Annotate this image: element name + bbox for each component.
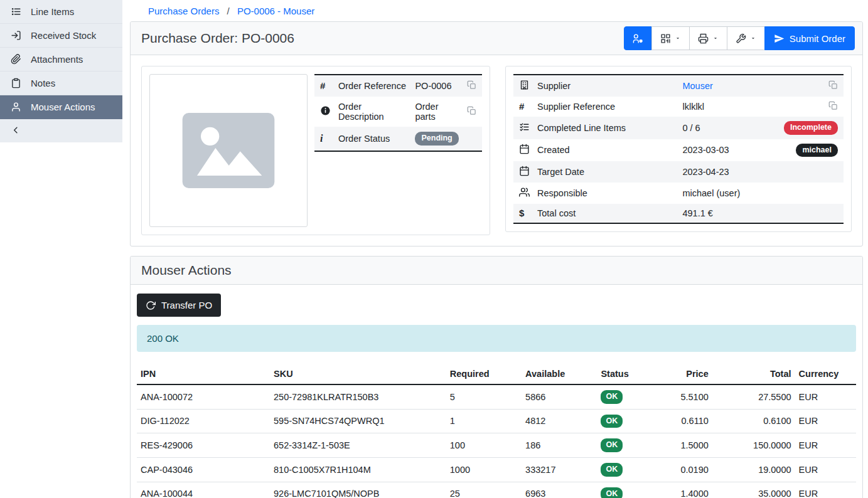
sidebar-item-label: Notes [31, 78, 55, 88]
order-details-section: #Order ReferencePO-0006Order Description… [131, 55, 862, 246]
copy-icon[interactable] [467, 106, 476, 115]
sidebar: Line ItemsReceived StockAttachmentsNotes… [0, 0, 122, 498]
column-header-ipn[interactable]: IPN [137, 364, 270, 384]
detail-label: Target Date [533, 161, 678, 183]
breadcrumb: Purchase Orders / PO-0006 - Mouser [122, 0, 868, 21]
sidebar-item-label: Received Stock [31, 30, 96, 41]
copy-icon[interactable] [828, 101, 838, 110]
transfer-status-alert: 200 OK [137, 325, 856, 352]
print-actions-button[interactable] [689, 26, 727, 50]
status-ok-badge: OK [601, 438, 623, 452]
detail-row-supplier: SupplierMouser [513, 75, 844, 97]
mouser-table-row: CAP-043046810-C1005X7R1H104M1000333217OK… [137, 457, 856, 482]
detail-value: 0 / 6 [682, 123, 700, 133]
login-icon [10, 30, 22, 41]
supplier-summary-card: SupplierMouser#Supplier Referencelklklkl… [505, 66, 852, 232]
sidebar-item-mouser-actions[interactable]: Mouser Actions [0, 95, 122, 119]
column-header-total[interactable]: Total [712, 364, 795, 384]
cell-price: 0.0190 [665, 457, 712, 482]
cell-status: OK [597, 457, 665, 482]
cell-required: 25 [446, 482, 522, 498]
cell-ipn: CAP-043046 [137, 457, 270, 482]
breadcrumb-link-purchase-orders[interactable]: Purchase Orders [148, 6, 219, 16]
transfer-po-button[interactable]: Transfer PO [137, 294, 221, 317]
column-header-sku[interactable]: SKU [270, 364, 446, 384]
sidebar-collapse-button[interactable] [0, 119, 122, 142]
cell-sku: 810-C1005X7R1H104M [270, 457, 446, 482]
sidebar-item-label: Mouser Actions [31, 102, 95, 112]
detail-label: Supplier [533, 75, 678, 97]
cell-currency: EUR [795, 457, 856, 482]
detail-row-order-status: iOrder StatusPending [314, 127, 482, 151]
copy-icon[interactable] [828, 80, 838, 90]
clipboard-icon [10, 78, 22, 88]
caret-icon [676, 35, 681, 41]
sidebar-item-notes[interactable]: Notes [0, 72, 122, 95]
cell-required: 100 [446, 433, 522, 458]
order-status-badge: Pending [415, 132, 458, 146]
detail-label: Responsible [533, 183, 678, 204]
cell-available: 186 [522, 433, 597, 458]
supplier-details-table: SupplierMouser#Supplier Referencelklklkl… [513, 74, 844, 224]
qrcode-icon [660, 33, 671, 44]
list-icon [10, 6, 22, 17]
mouser-actions-body: Transfer PO 200 OK IPNSKURequiredAvailab… [131, 285, 862, 498]
paperclip-icon [10, 54, 22, 65]
column-header-required[interactable]: Required [446, 364, 522, 384]
detail-row-order-reference: #Order ReferencePO-0006 [314, 75, 482, 97]
button-label: Submit Order [790, 33, 845, 44]
mouser-table: IPNSKURequiredAvailableStatusPriceTotalC… [137, 364, 856, 498]
copy-icon[interactable] [467, 80, 476, 90]
part-thumbnail[interactable] [149, 74, 308, 227]
order-summary-card: #Order ReferencePO-0006Order Description… [141, 66, 490, 235]
caret-icon [714, 35, 719, 41]
detail-row-created: Created2023-03-03michael [513, 139, 844, 162]
sidebar-item-attachments[interactable]: Attachments [0, 48, 122, 72]
order-details-table: #Order ReferencePO-0006Order Description… [314, 74, 482, 152]
mouser-actions-panel: Mouser Actions Transfer PO 200 OK IPNSKU… [130, 256, 863, 498]
detail-value: 2023-04-23 [682, 167, 729, 177]
mouser-actions-panel-header: Mouser Actions [131, 257, 862, 285]
detail-value: lklklkl [682, 102, 704, 112]
cell-required: 1 [446, 409, 522, 433]
sidebar-nav: Line ItemsReceived StockAttachmentsNotes… [0, 0, 122, 142]
cell-sku: 595-SN74HCS74QPWRQ1 [270, 409, 446, 433]
detail-label: Supplier Reference [533, 97, 678, 117]
cell-ipn: RES-429006 [137, 433, 270, 458]
tools-icon [736, 33, 746, 44]
order-details-body: #Order ReferencePO-0006Order Description… [314, 75, 482, 151]
submit-order-button[interactable]: Submit Order [764, 26, 855, 50]
cell-sku: 926-LMC7101QM5/NOPB [270, 482, 446, 498]
cell-total: 0.6100 [712, 409, 795, 433]
detail-value: PO-0006 [415, 81, 451, 91]
cell-currency: EUR [795, 433, 856, 458]
status-ok-badge: OK [601, 487, 623, 498]
mouser-actions-title: Mouser Actions [141, 263, 232, 278]
order-actions-button[interactable] [727, 26, 765, 50]
breadcrumb-link-current-order[interactable]: PO-0006 - Mouser [237, 6, 314, 16]
detail-label: Order Status [335, 127, 411, 151]
cell-price: 5.5100 [665, 384, 712, 409]
status-ok-badge: OK [601, 415, 623, 428]
usershield-icon [633, 33, 643, 44]
detail-label: Total cost [533, 204, 678, 223]
barcode-actions-button[interactable] [651, 26, 690, 50]
user-roles-button[interactable] [624, 26, 652, 50]
cell-sku: 250-72981KLRATR150B3 [270, 384, 446, 409]
incomplete-badge: Incomplete [784, 121, 838, 135]
column-header-price[interactable]: Price [665, 364, 712, 384]
sidebar-item-line-items[interactable]: Line Items [0, 0, 122, 24]
detail-label: Order Description [335, 97, 411, 127]
sidebar-item-received-stock[interactable]: Received Stock [0, 24, 122, 48]
status-ok-badge: OK [601, 390, 623, 404]
calendar-icon [519, 144, 530, 154]
detail-value: 2023-03-03 [682, 145, 729, 155]
column-header-currency[interactable]: Currency [795, 364, 856, 384]
cell-price: 1.4000 [665, 482, 712, 498]
cell-currency: EUR [795, 409, 856, 433]
supplier-link[interactable]: Mouser [682, 81, 712, 91]
cell-price: 1.5000 [665, 433, 712, 458]
cell-status: OK [597, 433, 665, 458]
column-header-status[interactable]: Status [597, 364, 665, 384]
column-header-available[interactable]: Available [522, 364, 597, 384]
